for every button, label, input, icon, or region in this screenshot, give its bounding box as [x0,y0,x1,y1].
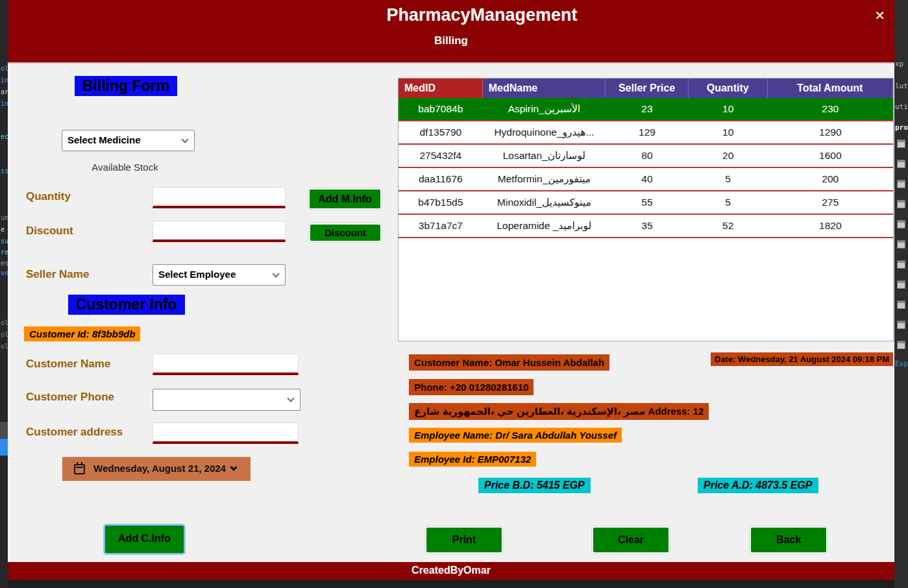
file-icon [897,200,905,208]
customer-info-heading: Customer Info [68,295,185,315]
select-employee-dropdown[interactable]: Select Employee [153,264,286,286]
file-icon [897,341,905,349]
discount-input[interactable] [153,221,286,242]
select-medicine-dropdown[interactable]: Select Medicine [62,130,195,151]
available-stock-label: Available Stock [68,162,182,173]
background-text-fragment: Exp [895,360,908,368]
column-header[interactable]: MedID [399,79,483,98]
background-code-strip: olinarinecssumesureesvoololol [0,0,8,588]
column-header[interactable]: Quantity [689,79,768,98]
date-picker[interactable]: Wednesday, August 21, 2024 [62,457,251,481]
cell-total: 1820 [768,220,893,232]
column-header[interactable]: Seller Price [606,79,689,98]
receipt-address: شارع‎ الجمهورية،‎ حي‎ العطارين،‎ الإسكند… [409,403,709,420]
cell-total: 230 [768,103,893,115]
table-row[interactable]: daa11676Metformin_ميتفورمين405200 [399,168,893,191]
close-icon[interactable]: ✕ [874,8,885,23]
cell-med_id: bab7084b [399,103,483,115]
receipt-customer-name: Customer Name: Omar Hussein Abdallah [409,354,609,371]
cell-med_name: Minoxidil_مينوكسيديل [483,197,606,208]
customer-name-input[interactable] [153,354,299,375]
cell-total: 200 [768,173,893,185]
select-employee-value: Select Employee [158,269,236,280]
clear-button[interactable]: Clear [592,526,670,554]
background-code-fragment: ol [1,343,8,350]
cell-quantity: 5 [689,197,768,208]
background-code-fragment: ec [1,133,8,140]
background-taskbar-block [0,439,8,456]
pharmacy-billing-window: PharmacyManagement Billing ✕ Billing For… [8,0,894,580]
cell-quantity: 52 [689,220,768,232]
background-text-fragment: utio [895,103,908,111]
file-icon [897,180,905,188]
background-code-fragment: es [1,260,8,267]
cell-med_name: Metformin_ميتفورمين [483,173,606,185]
table-row[interactable]: df135790Hydroquinone_هيدرو...129101290 [399,121,893,145]
table-row[interactable]: 275432f4Losartan_لوسارتان80201600 [399,145,893,168]
background-code-fragment: re [1,249,8,256]
cell-seller_price: 35 [606,220,689,232]
discount-label: Discount [26,225,73,238]
customer-phone-dropdown[interactable] [153,389,301,411]
file-icon [897,260,905,269]
file-icon [897,300,905,309]
background-code-fragment: ar [1,88,8,95]
receipt-employee-name: Employee Name: Dr/ Sara Abdullah Youssef [409,428,622,443]
billing-form-heading: Billing Form [75,76,177,96]
medicine-table[interactable]: MedIDMedNameSeller PriceQuantityTotal Am… [398,78,894,341]
discount-button[interactable]: Discount [309,223,382,242]
table-row[interactable]: 3b71a7c7Loperamide _لوبراميد35521820 [399,215,893,238]
cell-seller_price: 80 [606,150,689,162]
calendar-icon [74,464,85,474]
chevron-down-icon [230,463,237,471]
med-table-header: MedIDMedNameSeller PriceQuantityTotal Am… [399,79,893,98]
chevron-down-icon [287,395,294,402]
column-header[interactable]: MedName [483,79,606,98]
seller-name-label: Seller Name [26,268,89,281]
background-code-fragment: in [1,77,8,84]
cell-seller_price: 129 [606,127,689,138]
file-icon [897,220,905,228]
customer-address-input[interactable] [153,423,299,444]
created-by-label: CreatedByOmar [8,562,894,579]
file-icon [897,140,905,148]
table-row[interactable]: b47b15d5Minoxidil_مينوكسيديل555275 [399,191,893,215]
background-solution-explorer-strip: xplututioproExp [894,0,908,588]
receipt-employee-id: Employee Id: EMP007132 [409,452,536,467]
price-after-discount-tag: Price A.D: 4873.5 EGP [698,478,818,493]
add-cinfo-button[interactable]: Add C.Info [104,524,185,554]
customer-address-label: Customer address [26,426,123,439]
background-code-fragment: su [1,238,8,245]
customer-id-tag: Customer Id: 8f3bb9db [24,326,140,341]
price-before-discount-tag: Price B.D: 5415 EGP [478,478,591,493]
cell-med_name: Aspirin_الأسبرين [483,103,606,115]
cell-seller_price: 23 [606,103,689,115]
background-code-fragment: ss [1,167,8,175]
quantity-label: Quantity [26,190,71,203]
background-selection-block [0,422,8,439]
table-row[interactable]: bab7084bAspirin_الأسبرين2310230 [399,98,893,121]
receipt-phone: Phone: +20 01280281610 [409,379,534,395]
cell-med_id: 3b71a7c7 [399,220,483,232]
cell-seller_price: 55 [606,197,689,208]
customer-phone-label: Customer Phone [26,391,114,404]
back-button[interactable]: Back [750,526,828,554]
background-text-fragment: pro [895,123,908,132]
cell-seller_price: 40 [606,173,689,185]
cell-total: 1600 [768,150,893,162]
background-code-fragment: um [1,214,8,221]
column-header[interactable]: Total Amount [768,79,893,98]
cell-quantity: 10 [689,127,768,138]
background-code-fragment: ol [1,331,8,338]
background-text-fragment: xp [895,60,903,68]
receipt-date: Date: Wednesday, 21 August 2024 09:18 PM [711,352,893,366]
cell-med_id: 275432f4 [399,150,483,162]
cell-quantity: 10 [689,103,768,115]
quantity-input[interactable] [153,187,286,208]
print-button[interactable]: Print [425,526,503,554]
file-icon [897,240,905,249]
file-icon [897,321,905,329]
cell-med_name: Loperamide _لوبراميد [483,220,606,232]
add-minfo-button[interactable]: Add M.Info [308,188,382,210]
background-text-fragment: lut [895,82,908,90]
